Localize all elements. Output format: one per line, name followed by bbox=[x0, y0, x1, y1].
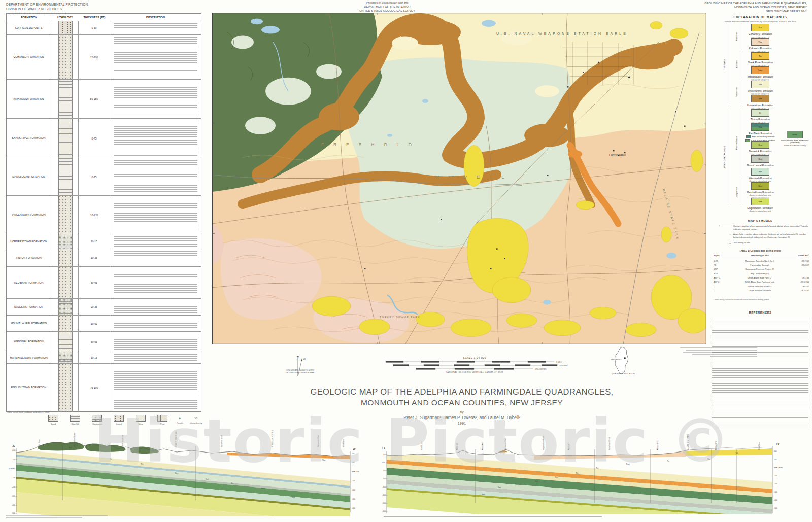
reference-entry bbox=[712, 398, 808, 403]
legend-swatch: Kmt bbox=[751, 182, 769, 190]
scale-bar-feet-label: 7000 FEET bbox=[559, 365, 568, 367]
cooperation-header: Prepared in cooperation with the DEPARTM… bbox=[336, 1, 438, 13]
svg-label: -100 bbox=[382, 470, 386, 472]
title-block: GEOLOGIC MAP OF THE ADELPHIA AND FARMING… bbox=[304, 387, 619, 426]
formation-row: VINCENTOWN FORMATION10-135 bbox=[7, 196, 201, 234]
table1-map-id: M-75 bbox=[714, 260, 729, 262]
section-b-prime-label: B′ bbox=[776, 442, 780, 446]
formation-name: COHANSEY FORMATION bbox=[7, 35, 51, 79]
litho-key-item: Sand bbox=[46, 415, 61, 425]
formation-name: SURFICIAL DEPOSITS bbox=[7, 21, 51, 34]
lithology-pattern bbox=[58, 332, 73, 352]
table1-permit: 29-8207 bbox=[791, 285, 809, 288]
lithology-pattern bbox=[58, 196, 73, 234]
lithology-cell bbox=[51, 158, 79, 195]
description-text-lines bbox=[114, 121, 197, 156]
fossil-label: Fossils bbox=[177, 422, 183, 424]
unconformity-key-item: ∿∿Unconformity bbox=[190, 415, 202, 424]
unconformity-icon: ∿∿ bbox=[194, 415, 198, 421]
authors: Peter J. Sugarman¹, James P. Owens², and… bbox=[304, 415, 619, 420]
table1-well-name: USGS Allaire State Park "C" bbox=[729, 276, 791, 279]
item: Map ID bbox=[714, 254, 729, 257]
reference-entry bbox=[712, 330, 808, 334]
lithology-pattern bbox=[58, 352, 73, 363]
legend-side-unit: KnrbNavesink/Red Bank Formations (undivi… bbox=[779, 131, 811, 147]
series-line: MONMOUTH AND OCEAN COUNTIES, NEW JERSEY bbox=[704, 6, 807, 10]
series-header: GEOLOGIC MAP OF THE ADELPHIA AND FARMING… bbox=[704, 2, 807, 13]
description-cell bbox=[110, 299, 201, 315]
section-b-elevation-labels-right: 200100SEA LEVEL-100-200-300-400-500 bbox=[774, 450, 783, 509]
formation-name: SHARK RIVER FORMATION bbox=[7, 119, 51, 158]
description-text-lines bbox=[114, 198, 197, 232]
description-text-lines bbox=[114, 334, 197, 350]
section-feature-label: Hannabrand Brook bbox=[608, 437, 611, 450]
strat-table-header: FORMATION LITHOLOGY THICKNESS (FT) DESCR… bbox=[7, 14, 201, 21]
coop-line: DEPARTMENT OF THE INTERIOR bbox=[336, 5, 438, 9]
svg-label: -100 bbox=[774, 475, 777, 477]
svg-label: Kmt bbox=[261, 488, 264, 490]
lithology-pattern bbox=[58, 316, 73, 331]
table1-well-name: Bog Creek Farm (60) bbox=[729, 272, 791, 275]
svg-label: Kns bbox=[175, 472, 178, 474]
map-symbol-item: ○Auger hole - number above indicates thi… bbox=[715, 233, 808, 238]
section-feature-label: Shark River bbox=[343, 438, 345, 447]
reference-entry bbox=[712, 375, 808, 379]
svg-label: -600 bbox=[382, 510, 386, 512]
lithology-cell bbox=[51, 196, 79, 234]
section-feature-label: Marsh Bog Brook bbox=[122, 435, 124, 447]
svg-label: Kw bbox=[231, 482, 234, 484]
lithology-cell bbox=[51, 21, 79, 34]
legend-swatch: Tmq bbox=[751, 66, 769, 74]
legend-swatch: Tsr bbox=[751, 52, 769, 60]
formation-name: MOUNT LAUREL FORMATION bbox=[7, 316, 51, 331]
description-cell bbox=[110, 196, 201, 234]
table1-row: FBFarmingdale Borough29-4517 bbox=[714, 264, 809, 266]
section-feature-label: ALLAIRE STATE PARK bbox=[687, 434, 689, 450]
table1-map-id: – bbox=[714, 289, 729, 292]
reference-entry bbox=[712, 356, 808, 361]
map-symbols-title: MAP SYMBOLS bbox=[710, 219, 810, 222]
fossils-key-item: FFossils bbox=[177, 415, 183, 424]
section-feature-label: INTERSTATE ROUTE 195 bbox=[272, 430, 274, 447]
description-text-lines bbox=[114, 301, 197, 313]
col-thickness: THICKNESS (FT) bbox=[79, 16, 110, 19]
formation-name: TINTON FORMATION bbox=[7, 249, 51, 266]
table1-permit bbox=[791, 268, 809, 270]
litho-key-swatch bbox=[136, 415, 146, 422]
svg-label: -500 bbox=[774, 507, 777, 509]
litho-key-item: Mica bbox=[133, 415, 148, 425]
table1-row: BCFBog Creek Farm (60) bbox=[714, 272, 809, 275]
cross-section-b: B B′ 100SEA LEVEL-100-200-300-400-500-60… bbox=[382, 434, 788, 515]
thickness-value: 10-35 bbox=[79, 249, 110, 266]
section-feature-label: WELL MRP bbox=[482, 442, 484, 450]
lithology-pattern bbox=[58, 21, 73, 34]
series-line: GEOLOGIC MAP OF THE ADELPHIA AND FARMING… bbox=[704, 2, 807, 6]
formation-name: MARSHALLTOWN FORMATION bbox=[7, 352, 51, 363]
formation-row: NAVESINK FORMATION20-35 bbox=[7, 299, 201, 316]
table1-well-name: NJGS Allaire State Park core hole bbox=[729, 281, 791, 283]
formation-name: MANASQUAN FORMATION bbox=[7, 158, 51, 195]
svg-label: Kns bbox=[555, 476, 558, 478]
svg-label: -100 bbox=[352, 480, 355, 482]
references-list bbox=[712, 318, 808, 430]
map-place-label: TURKEY SWAMP PARK bbox=[380, 316, 420, 319]
litho-key-label: Gravel bbox=[116, 423, 122, 425]
thickness-value: 0-30 bbox=[79, 21, 110, 34]
svg-label: Kmt bbox=[498, 486, 501, 489]
table1-row: –USGS Freehold core hole29-10237 bbox=[714, 289, 809, 292]
section-feature-label: Squankum Brook bbox=[221, 435, 223, 447]
legend-unit-code: Tsr bbox=[752, 53, 769, 59]
table1-map-id: MRP bbox=[714, 268, 729, 270]
section-feature-label: Mingamahone Brook bbox=[543, 435, 545, 450]
strat-table-footnote: Color terms from Goddard and others, 194… bbox=[7, 411, 49, 413]
description-text-lines bbox=[114, 82, 197, 116]
era-label: Maestrichtian bbox=[735, 109, 738, 177]
svg-label: SEA LEVEL bbox=[352, 471, 359, 473]
thickness-value: 10-135 bbox=[79, 196, 110, 234]
agency-line: DIVISION OF WATER RESOURCES bbox=[6, 7, 88, 11]
table1: Map IDTest Boring or WellPermit No.¹M-75… bbox=[714, 254, 809, 294]
legend-unit-code: Tkw bbox=[752, 39, 769, 45]
map-symbol-text: Auger hole - number above indicates thic… bbox=[733, 233, 808, 238]
table1-permit: 29-10237 bbox=[791, 289, 809, 292]
lithology-pattern bbox=[58, 80, 73, 118]
